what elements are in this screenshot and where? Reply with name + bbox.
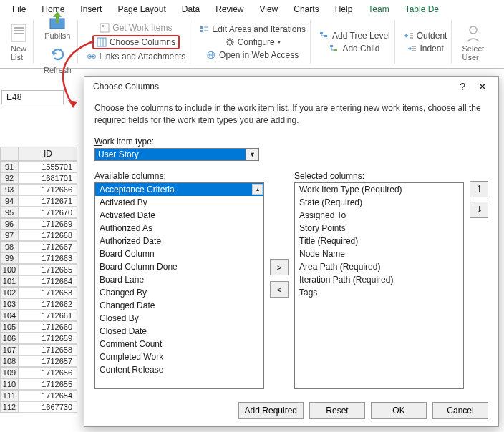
outdent-button[interactable]: Outdent xyxy=(402,30,449,41)
row-number[interactable]: 112 xyxy=(0,401,19,413)
new-list-button[interactable]: NewList xyxy=(7,21,30,63)
cancel-button[interactable]: Cancel xyxy=(432,402,488,419)
list-item[interactable]: Story Points xyxy=(295,222,463,235)
edit-areas-button[interactable]: Edit Areas and Iterations xyxy=(198,24,307,35)
cell[interactable]: 1712667 xyxy=(19,241,77,252)
list-item[interactable]: Comment Count xyxy=(95,338,263,350)
list-item[interactable]: State (Required) xyxy=(295,196,463,209)
column-header-id[interactable]: ID xyxy=(19,147,77,161)
list-item[interactable]: Activated By xyxy=(95,196,263,209)
close-button[interactable]: ✕ xyxy=(472,81,493,92)
help-button[interactable]: ? xyxy=(452,81,472,92)
row-number[interactable]: 93 xyxy=(0,184,19,195)
list-item[interactable]: Node Name xyxy=(295,247,463,260)
cell[interactable]: 1712663 xyxy=(19,252,77,264)
cell[interactable]: 1712664 xyxy=(19,275,77,287)
list-item[interactable]: Content Release xyxy=(95,363,263,376)
move-left-button[interactable]: < xyxy=(270,281,289,298)
list-item[interactable]: Closed Date xyxy=(95,325,263,338)
list-item[interactable]: Changed Date xyxy=(95,299,263,312)
row-number[interactable]: 102 xyxy=(0,287,19,298)
cell[interactable]: 1712666 xyxy=(19,184,77,195)
cell[interactable]: 1555701 xyxy=(19,161,77,172)
row-number[interactable]: 94 xyxy=(0,195,19,207)
cell[interactable]: 1712668 xyxy=(19,230,77,241)
links-attachments-button[interactable]: Links and Attachments xyxy=(85,51,188,62)
add-child-button[interactable]: Add Child xyxy=(328,43,381,54)
cell[interactable]: 1712659 xyxy=(19,333,77,344)
refresh-button[interactable]: Refresh xyxy=(41,43,74,76)
cell[interactable]: 1712653 xyxy=(19,287,77,298)
list-item[interactable]: Changed By xyxy=(95,286,263,299)
get-work-items-button[interactable]: Get Work Items xyxy=(98,22,173,34)
cell[interactable]: 1712656 xyxy=(19,367,77,378)
list-item[interactable]: Title (Required) xyxy=(295,235,463,247)
row-number[interactable]: 104 xyxy=(0,310,19,321)
cell[interactable]: 1712655 xyxy=(19,378,77,390)
list-item[interactable]: Area Path (Required) xyxy=(295,260,463,273)
list-item[interactable]: Authorized Date xyxy=(95,235,263,247)
tab-help[interactable]: Help xyxy=(327,1,361,17)
list-item[interactable]: Authorized As xyxy=(95,222,263,235)
row-number[interactable]: 99 xyxy=(0,252,19,264)
publish-button[interactable]: Publish xyxy=(42,9,73,41)
cell[interactable]: 1712669 xyxy=(19,218,77,230)
list-item[interactable]: Closed By xyxy=(95,312,263,325)
row-number[interactable]: 107 xyxy=(0,344,19,355)
list-item[interactable]: Tags xyxy=(295,286,463,299)
reset-button[interactable]: Reset xyxy=(309,402,365,419)
tab-file[interactable]: File xyxy=(4,1,34,17)
row-number[interactable]: 100 xyxy=(0,264,19,275)
tab-review[interactable]: Review xyxy=(208,1,251,17)
chevron-down-icon[interactable]: ▼ xyxy=(246,149,258,160)
cell[interactable]: 1712661 xyxy=(19,310,77,321)
cell[interactable]: 1712654 xyxy=(19,390,77,401)
cell[interactable]: 1712670 xyxy=(19,207,77,218)
tab-data[interactable]: Data xyxy=(174,1,208,17)
list-item[interactable]: Acceptance Criteria xyxy=(95,183,263,196)
choose-columns-button[interactable]: Choose Columns xyxy=(95,36,177,48)
row-number[interactable]: 101 xyxy=(0,275,19,287)
row-number[interactable]: 111 xyxy=(0,390,19,401)
list-item[interactable]: Board Lane xyxy=(95,273,263,286)
row-number[interactable]: 105 xyxy=(0,321,19,333)
row-number[interactable]: 97 xyxy=(0,230,19,241)
row-number[interactable]: 108 xyxy=(0,355,19,367)
available-columns-list[interactable]: Acceptance CriteriaActivated ByActivated… xyxy=(94,182,264,389)
ok-button[interactable]: OK xyxy=(371,402,427,419)
list-item[interactable]: Board Column xyxy=(95,247,263,260)
row-number[interactable]: 92 xyxy=(0,172,19,184)
open-web-button[interactable]: Open in Web Access xyxy=(205,49,300,61)
indent-button[interactable]: Indent xyxy=(405,43,445,54)
select-user-button[interactable]: SelectUser xyxy=(459,21,487,63)
row-number[interactable]: 96 xyxy=(0,218,19,230)
list-item[interactable]: Iteration Path (Required) xyxy=(295,273,463,286)
tab-charts[interactable]: Charts xyxy=(286,1,326,17)
tab-insert[interactable]: Insert xyxy=(72,1,110,17)
list-item[interactable]: Completed Work xyxy=(95,350,263,363)
list-item[interactable]: Activated Date xyxy=(95,209,263,222)
name-box[interactable]: E48 xyxy=(1,90,64,104)
tab-table-de[interactable]: Table De xyxy=(397,1,447,17)
row-number[interactable]: 109 xyxy=(0,367,19,378)
tab-page-layout[interactable]: Page Layout xyxy=(110,1,173,17)
row-number[interactable]: 91 xyxy=(0,161,19,172)
list-item[interactable]: Board Column Done xyxy=(95,260,263,273)
cell[interactable]: 1681701 xyxy=(19,172,77,184)
row-number[interactable]: 98 xyxy=(0,241,19,252)
configure-button[interactable]: Configure ▾ xyxy=(223,36,282,48)
grid-corner[interactable] xyxy=(0,147,19,161)
tab-view[interactable]: View xyxy=(251,1,286,17)
cell[interactable]: 1712671 xyxy=(19,195,77,207)
cell[interactable]: 1712657 xyxy=(19,355,77,367)
cell[interactable]: 1667730 xyxy=(19,401,77,413)
row-number[interactable]: 110 xyxy=(0,378,19,390)
cell[interactable]: 1712662 xyxy=(19,298,77,310)
move-down-button[interactable]: 🡓 xyxy=(470,202,488,218)
cell[interactable]: 1712660 xyxy=(19,321,77,333)
add-tree-level-button[interactable]: Add Tree Level xyxy=(318,30,392,41)
row-number[interactable]: 103 xyxy=(0,298,19,310)
add-required-button[interactable]: Add Required xyxy=(238,402,304,419)
tab-team[interactable]: Team xyxy=(360,1,397,17)
cell[interactable]: 1712658 xyxy=(19,344,77,355)
